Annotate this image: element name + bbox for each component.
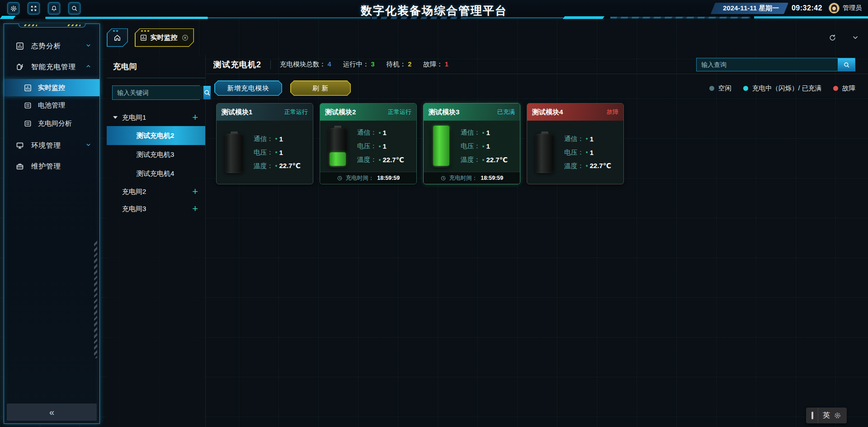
battery-charging-icon xyxy=(16,63,24,71)
app-window: 数字化装备场综合管理平台 2024-11-11 星期一 09:32:42 管理员 xyxy=(0,0,868,427)
machine-summary-header: 测试充电机2 充电模块总数：4 运行中：3 待机：2 故障：1 xyxy=(206,55,868,74)
stat-comm: 通信：1 xyxy=(254,135,301,143)
tree-group-room1[interactable]: 充电间1 + xyxy=(107,109,205,126)
machine-title: 测试充电机2 xyxy=(213,59,261,70)
tree-item-label: 测试充电机2 xyxy=(137,131,174,140)
status-legend: 空闲 充电中（闪烁）/ 已充满 故障 xyxy=(709,84,855,93)
chart-icon xyxy=(16,42,24,51)
sidebar-item-smart-charging[interactable]: 智能充电管理 xyxy=(4,56,99,77)
list-icon xyxy=(24,101,32,109)
query-search-button[interactable] xyxy=(838,58,855,71)
chevron-down-icon[interactable] xyxy=(852,34,859,41)
collapse-chevrons: « xyxy=(49,407,54,418)
stat-volt: 电压：1 xyxy=(461,142,508,150)
ime-language-toggle[interactable]: 英 xyxy=(823,411,830,420)
tab-home[interactable] xyxy=(107,28,128,47)
ime-caret-icon xyxy=(811,412,813,419)
sidebar-item-label: 态势分析 xyxy=(31,42,85,51)
battery-icon xyxy=(535,131,554,173)
tree-group-room2[interactable]: 充电间2 + xyxy=(107,183,205,200)
refresh-icon[interactable] xyxy=(829,34,836,42)
module-cards: 测试模块1 正常运行 通信：1 电压：1 温度：22.7℃ 测试模块2 正常运行 xyxy=(206,103,868,184)
divider xyxy=(818,408,818,423)
module-card-3: 测试模块3 已充满 通信：1 电压：1 温度：22.7℃ 充电时间： 18:59… xyxy=(423,103,520,184)
module-status: 正常运行 xyxy=(388,108,411,116)
tab-decor-dots xyxy=(141,30,149,32)
charging-dot xyxy=(743,86,748,91)
keyword-search-input[interactable] xyxy=(113,86,203,99)
charging-room-panel: 充电间 充电间1 + 测试充电机2 测试充电机3 测试充电机4 xyxy=(107,55,206,427)
sidebar-item-label: 实时监控 xyxy=(38,84,65,92)
chevron-down-icon xyxy=(85,141,91,150)
stat-comm: 通信：1 xyxy=(357,128,404,137)
battery-icon xyxy=(225,131,244,173)
legend-fault: 故障 xyxy=(833,84,855,93)
stat-temp: 温度：22.7℃ xyxy=(254,162,301,170)
sidebar-item-charging-room-analysis[interactable]: 充电间分析 xyxy=(4,114,99,132)
gear-icon[interactable] xyxy=(834,412,841,419)
tree-group-room3[interactable]: 充电间3 + xyxy=(107,200,205,217)
main-content: 测试充电机2 充电模块总数：4 运行中：3 待机：2 故障：1 新增充电模块 刷… xyxy=(206,55,868,427)
module-name: 测试模块2 xyxy=(325,108,356,117)
sidebar-item-situation-analysis[interactable]: 态势分析 xyxy=(4,36,99,56)
tab-decor-dots xyxy=(113,30,118,32)
stat-comm: 通信：1 xyxy=(564,135,611,143)
battery-icon xyxy=(328,126,347,167)
tab-bar: 实时监控 xyxy=(107,27,868,48)
tree-item-machine2[interactable]: 测试充电机2 xyxy=(107,126,205,145)
chart-icon xyxy=(24,84,32,92)
tab-realtime-monitor[interactable]: 实时监控 xyxy=(135,28,194,47)
sidebar-item-environment-management[interactable]: 环境管理 xyxy=(4,135,99,156)
module-name: 测试模块1 xyxy=(222,108,252,117)
list-icon xyxy=(24,119,32,127)
stat-total: 充电模块总数：4 xyxy=(280,60,331,69)
sidebar-submenu: 实时监控 电池管理 充电间分析 xyxy=(4,79,99,132)
time-text: 09:32:42 xyxy=(792,4,822,12)
sidebar: 态势分析 智能充电管理 实时监控 xyxy=(4,23,100,424)
add-machine-button[interactable]: + xyxy=(192,187,198,197)
panel-title: 充电间 xyxy=(107,55,205,78)
add-module-button[interactable]: 新增充电模块 xyxy=(214,80,282,96)
module-toolbar: 新增充电模块 刷 新 空闲 充电中（闪烁）/ 已充满 故障 xyxy=(206,80,868,97)
sidebar-item-label: 维护管理 xyxy=(31,162,91,171)
stat-comm: 通信：1 xyxy=(461,128,508,137)
keyword-search xyxy=(112,85,200,100)
stat-temp: 温度：22.7℃ xyxy=(357,155,404,164)
user-menu[interactable]: 管理员 xyxy=(829,3,862,14)
module-card-2: 测试模块2 正常运行 通信：1 电压：1 温度：22.7℃ 充电时间： 18:5… xyxy=(320,103,417,184)
refresh-button[interactable]: 刷 新 xyxy=(290,80,351,96)
add-machine-button[interactable]: + xyxy=(192,113,198,122)
close-icon[interactable] xyxy=(181,34,189,42)
sidebar-item-battery-management[interactable]: 电池管理 xyxy=(4,96,99,114)
tree-expand-caret[interactable] xyxy=(113,116,118,119)
chevron-up-icon xyxy=(85,63,91,71)
sidebar-item-label: 智能充电管理 xyxy=(31,62,85,72)
stat-fault: 故障：1 xyxy=(423,60,448,69)
top-header: 数字化装备场综合管理平台 2024-11-11 星期一 09:32:42 管理员 xyxy=(0,0,868,19)
tree-group-label: 充电间1 xyxy=(122,113,192,122)
stat-volt: 电压：1 xyxy=(254,148,301,157)
clock-icon xyxy=(440,175,446,181)
ime-toolbar[interactable]: 英 xyxy=(806,408,847,423)
divider xyxy=(270,60,271,69)
avatar xyxy=(829,3,840,14)
sidebar-collapse-button[interactable]: « xyxy=(7,404,97,421)
charge-time-footer: 充电时间： 18:59:59 xyxy=(320,172,416,184)
module-status: 已充满 xyxy=(497,108,515,116)
tree-group-label: 充电间2 xyxy=(122,188,192,196)
tree-item-machine3[interactable]: 测试充电机3 xyxy=(107,145,205,164)
sidebar-menu: 态势分析 智能充电管理 实时监控 xyxy=(4,24,99,177)
module-card-1: 测试模块1 正常运行 通信：1 电压：1 温度：22.7℃ xyxy=(216,103,313,184)
sidebar-item-realtime-monitor[interactable]: 实时监控 xyxy=(4,79,99,96)
stat-standby: 待机：2 xyxy=(387,60,412,69)
add-machine-button[interactable]: + xyxy=(192,204,198,214)
stat-temp: 温度：22.7℃ xyxy=(461,155,508,164)
module-status: 故障 xyxy=(607,108,618,116)
module-name: 测试模块3 xyxy=(429,108,459,117)
query-search xyxy=(696,58,855,71)
sidebar-item-maintenance-management[interactable]: 维护管理 xyxy=(4,156,99,177)
tree-item-machine4[interactable]: 测试充电机4 xyxy=(107,164,205,183)
monitor-icon xyxy=(16,141,24,150)
query-search-input[interactable] xyxy=(697,58,838,71)
tree-group-label: 充电间3 xyxy=(122,205,192,213)
